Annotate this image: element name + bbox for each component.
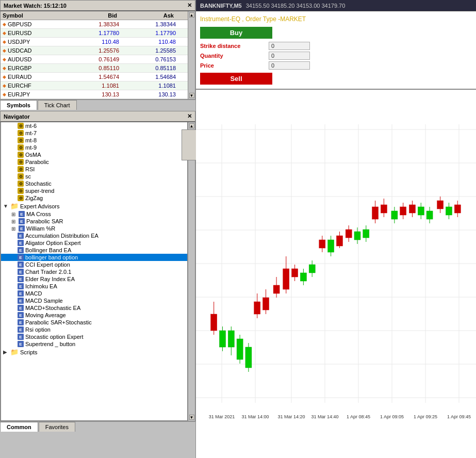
market-watch-row[interactable]: ◆ GBPUSD 1.38334 1.38344 bbox=[1, 20, 188, 29]
ask-cell: 1.54684 bbox=[119, 74, 176, 80]
tab-favorites[interactable]: Favorites bbox=[39, 422, 75, 432]
diamond-icon: ◆ bbox=[3, 39, 6, 44]
svg-rect-37 bbox=[292, 269, 298, 277]
nav-item-mt-6[interactable]: ⚙mt-6 bbox=[1, 122, 187, 129]
nav-item-label: mt-6 bbox=[25, 123, 37, 129]
nav-item-cci-expert-option[interactable]: ECCI Expert option bbox=[1, 261, 187, 268]
nav-item-label: Stochastic bbox=[25, 181, 52, 187]
svg-rect-59 bbox=[391, 211, 398, 219]
nav-item-bollinger-band-option[interactable]: Ebollinger band option bbox=[1, 254, 187, 261]
ask-cell: 110.48 bbox=[119, 39, 176, 45]
market-watch-rows: ◆ GBPUSD 1.38334 1.38344 ◆ EURUSD 1.1778… bbox=[1, 20, 188, 99]
ea-icon: E bbox=[19, 225, 25, 232]
market-watch-row[interactable]: ◆ EURUSD 1.17780 1.17790 bbox=[1, 29, 188, 38]
nav-item-ma-cross[interactable]: ⊞EMA Cross bbox=[1, 210, 187, 218]
nav-item-supertrend-_-button[interactable]: ESupertrend _ button bbox=[1, 340, 187, 348]
nav-item-parabolic-sar+stochastic[interactable]: EParabolic SAR+Stochastic bbox=[1, 319, 187, 326]
market-watch-time: 15:12:10 bbox=[44, 3, 67, 9]
ea-icon: E bbox=[18, 283, 24, 289]
market-watch-row[interactable]: ◆ EURJPY 130.13 130.13 bbox=[1, 90, 188, 99]
nav-item-rsi-option[interactable]: ERsi option bbox=[1, 326, 187, 333]
svg-text:31 Mar 14:00: 31 Mar 14:00 bbox=[241, 414, 269, 419]
strike-distance-value[interactable]: 0 bbox=[269, 42, 310, 50]
symbol-cell: ◆ EURAUD bbox=[1, 73, 52, 81]
svg-rect-19 bbox=[211, 314, 217, 331]
bid-cell: 1.25576 bbox=[52, 47, 119, 54]
symbol-cell: ◆ USDCAD bbox=[1, 46, 52, 55]
mw-scrollbar-down[interactable]: ▼ bbox=[189, 93, 194, 98]
nav-item-mt-9[interactable]: ⚙mt-9 bbox=[1, 144, 187, 151]
tab-common[interactable]: Common bbox=[0, 422, 38, 432]
nav-scrollbar-down[interactable]: ▼ bbox=[189, 415, 194, 420]
expand-icon: ⊞ bbox=[11, 219, 18, 224]
nav-item-william-%r[interactable]: ⊞EWilliam %R bbox=[1, 225, 187, 232]
symbol-cell: ◆ EURGBP bbox=[1, 64, 52, 72]
quantity-value[interactable]: 0 bbox=[269, 52, 310, 60]
market-watch-close-button[interactable]: ✕ bbox=[187, 2, 192, 9]
nav-item-chart-trader-2.0.1[interactable]: EChart Trader 2.0.1 bbox=[1, 268, 187, 275]
nav-item-super-trend[interactable]: ⚙super-trend bbox=[1, 187, 187, 194]
nav-item-moving-average[interactable]: EMoving Average bbox=[1, 312, 187, 319]
navigator-close-button[interactable]: ✕ bbox=[187, 113, 192, 120]
chart-header: BANKNIFTY,M5 34155.50 34185.20 34153.00 … bbox=[196, 0, 476, 11]
svg-rect-71 bbox=[446, 207, 452, 215]
gear-icon: ⚙ bbox=[18, 188, 24, 194]
col-bid: Bid bbox=[52, 11, 119, 20]
market-watch-row[interactable]: ◆ USDCAD 1.25576 1.25585 bbox=[1, 46, 188, 55]
order-fields: Strike distance 0 Quantity 0 Price 0 bbox=[200, 42, 472, 70]
nav-item-parabolic-sar[interactable]: ⊞EParabolic SAR bbox=[1, 218, 187, 225]
symbol-cell: ◆ USDJPY bbox=[1, 38, 52, 46]
nav-item-aligator-option-expert[interactable]: EAligator Option Expert bbox=[1, 239, 187, 247]
ea-icon: E bbox=[18, 312, 24, 318]
diamond-icon: ◆ bbox=[3, 66, 6, 71]
nav-item-label: sc bbox=[25, 173, 31, 179]
mw-scrollbar-up[interactable]: ▲ bbox=[189, 12, 194, 18]
svg-rect-49 bbox=[346, 230, 352, 238]
nav-item-label: Parabolic SAR+Stochastic bbox=[25, 319, 92, 325]
gear-icon: ⚙ bbox=[18, 195, 24, 201]
nav-item-bollinger-band-ea[interactable]: EBollinger Band EA bbox=[1, 247, 187, 254]
nav-item-stochastic[interactable]: ⚙Stochastic bbox=[1, 180, 187, 187]
nav-item-label: Aligator Option Expert bbox=[25, 240, 81, 246]
ea-icon: E bbox=[19, 211, 25, 217]
nav-item-macd+stochastic-ea[interactable]: EMACD+Stochastic EA bbox=[1, 304, 187, 312]
market-watch-row[interactable]: ◆ AUDUSD 0.76149 0.76153 bbox=[1, 55, 188, 64]
nav-item-stocastic-option-expert[interactable]: EStocastic option Expert bbox=[1, 333, 187, 340]
nav-group-scripts[interactable]: ▶📁Scripts bbox=[1, 348, 187, 356]
sell-button[interactable]: Sell bbox=[200, 73, 272, 85]
nav-item-osma[interactable]: ⚙OsMA bbox=[1, 151, 187, 158]
symbol-cell: ◆ EURCHF bbox=[1, 81, 52, 90]
nav-item-macd[interactable]: EMACD bbox=[1, 290, 187, 297]
nav-item-sc[interactable]: ⚙sc bbox=[1, 173, 187, 180]
nav-item-mt-8[interactable]: ⚙mt-8 bbox=[1, 137, 187, 144]
nav-item-zigzag[interactable]: ⚙ZigZag bbox=[1, 194, 187, 202]
symbol-label: EURUSD bbox=[8, 30, 31, 36]
price-value[interactable]: 0 bbox=[269, 61, 310, 70]
nav-item-elder-ray-index-ea[interactable]: EElder Ray Index EA bbox=[1, 275, 187, 283]
nav-item-mt-7[interactable]: ⚙mt-7 bbox=[1, 129, 187, 137]
nav-scrollbar-up[interactable]: ▲ bbox=[189, 123, 194, 128]
nav-group-expert-advisors[interactable]: ▼📁Expert Advisors bbox=[1, 202, 187, 210]
market-watch-row[interactable]: ◆ EURGBP 0.85110 0.85118 bbox=[1, 64, 188, 73]
market-watch-row[interactable]: ◆ EURCHF 1.1081 1.1081 bbox=[1, 81, 188, 90]
nav-item-macd-sample[interactable]: EMACD Sample bbox=[1, 297, 187, 304]
candlestick-chart: 31 Mar 202131 Mar 14:0031 Mar 14:2031 Ma… bbox=[196, 90, 476, 458]
market-watch-row[interactable]: ◆ USDJPY 110.48 110.48 bbox=[1, 38, 188, 46]
market-watch-row[interactable]: ◆ EURAUD 1.54674 1.54684 bbox=[1, 73, 188, 81]
nav-item-label: Moving Average bbox=[25, 312, 66, 318]
nav-item-rsi[interactable]: ⚙RSI bbox=[1, 166, 187, 173]
tab-symbols[interactable]: Symbols bbox=[0, 100, 37, 110]
tab-tick-chart[interactable]: Tick Chart bbox=[38, 100, 77, 110]
chart-title: BANKNIFTY,M5 bbox=[200, 3, 242, 9]
buy-button[interactable]: Buy bbox=[200, 27, 272, 39]
market-watch-column-headers: Symbol Bid Ask bbox=[1, 11, 188, 20]
nav-item-parabolic[interactable]: ⚙Parabolic bbox=[1, 158, 187, 166]
nav-item-label: RSI bbox=[25, 166, 35, 172]
nav-item-accumulation-distribution-ea[interactable]: EAccumulation Distribution EA bbox=[1, 232, 187, 239]
svg-rect-67 bbox=[426, 211, 433, 219]
nav-item-ichimoku-ea[interactable]: EIchimoku EA bbox=[1, 283, 187, 290]
svg-rect-53 bbox=[363, 230, 369, 238]
folder-icon: 📁 bbox=[10, 202, 19, 210]
nav-item-label: MA Cross bbox=[26, 211, 51, 217]
ea-icon: E bbox=[18, 298, 24, 304]
